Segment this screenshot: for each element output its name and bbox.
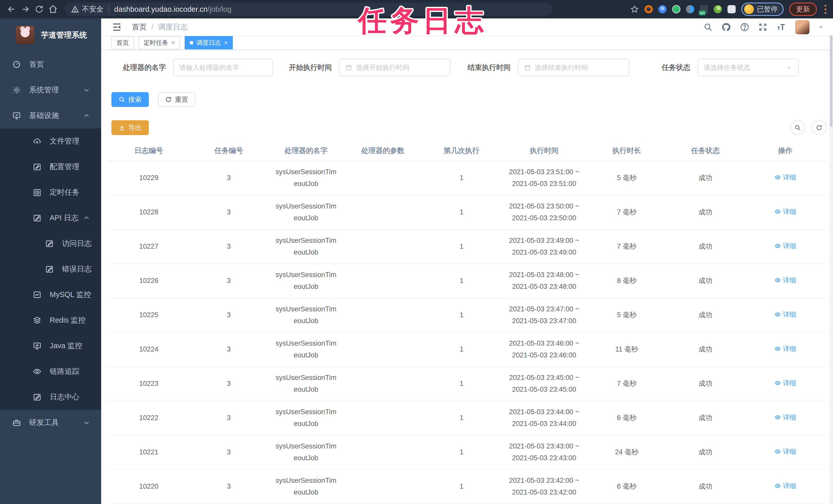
cell-exec-time: 2021-05-03 23:42:00 ~ 2021-05-03 23:42:0… <box>502 475 587 498</box>
reload-icon[interactable] <box>32 2 46 16</box>
browser-menu-icon[interactable] <box>823 5 828 14</box>
cell-exec-time: 2021-05-03 23:43:00 ~ 2021-05-03 23:43:0… <box>502 440 587 464</box>
back-icon[interactable] <box>5 2 19 16</box>
chevron-down-icon <box>83 419 90 426</box>
cell-status: 成功 <box>667 447 744 458</box>
cell-exec-index: 1 <box>421 275 502 287</box>
input-placeholder: 选择开始执行时间 <box>356 63 409 72</box>
detail-link[interactable]: 详细 <box>775 412 796 423</box>
sidebar-item-MySQL-监控[interactable]: MySQL 监控 <box>0 282 101 307</box>
reset-button[interactable]: 重置 <box>158 92 195 107</box>
cell-status: 成功 <box>667 309 744 321</box>
avatar[interactable] <box>795 20 809 34</box>
column-header: 任务状态 <box>667 145 744 157</box>
refresh-table-button[interactable] <box>812 120 827 135</box>
cell-duration: 5 毫秒 <box>587 309 667 321</box>
column-header: 处理器的名字 <box>268 145 344 157</box>
input-placeholder: 选择结束执行时间 <box>535 63 588 72</box>
detail-link[interactable]: 详细 <box>775 275 796 286</box>
table-row: 102233sysUserSessionTim eoutJob12021-05-… <box>108 367 827 401</box>
handler-name-input[interactable]: 请输入处理器的名字 <box>173 59 273 76</box>
sidebar-item-API-日志[interactable]: API 日志 <box>0 205 101 231</box>
close-icon[interactable]: × <box>224 39 228 46</box>
cell-exec-time: 2021-05-03 23:45:00 ~ 2021-05-03 23:45:0… <box>502 372 587 396</box>
sidebar-item-label: 访问日志 <box>62 238 92 249</box>
close-icon[interactable]: × <box>171 39 175 46</box>
scrollbar[interactable] <box>829 19 833 504</box>
detail-link[interactable]: 详细 <box>775 446 796 457</box>
sidebar-menu: 首页系统管理基础设施文件管理配置管理定时任务API 日志访问日志错误日志MySQ… <box>0 52 101 435</box>
sidebar-item-错误日志[interactable]: 错误日志 <box>0 256 101 282</box>
cell-job-id: 3 <box>190 412 268 424</box>
column-header: 操作 <box>744 145 827 157</box>
fullscreen-icon[interactable] <box>758 23 767 32</box>
detail-link[interactable]: 详细 <box>775 343 796 354</box>
chevron-down-icon[interactable] <box>818 24 824 30</box>
detail-link[interactable]: 详细 <box>775 480 796 492</box>
sidebar-item-定时任务[interactable]: 定时任务 <box>0 180 101 205</box>
sidebar-item-研发工具[interactable]: 研发工具 <box>0 410 101 435</box>
cell-exec-index: 1 <box>421 378 502 389</box>
sidebar-item-文件管理[interactable]: 文件管理 <box>0 128 101 154</box>
sidebar-item-访问日志[interactable]: 访问日志 <box>0 231 101 256</box>
detail-link-label: 详细 <box>783 377 796 388</box>
github-icon[interactable] <box>721 22 731 32</box>
extension-switch-icon[interactable]: on <box>700 5 708 13</box>
download-icon <box>119 124 125 131</box>
tab-首页[interactable]: 首页 <box>111 36 134 49</box>
detail-link[interactable]: 详细 <box>775 309 796 320</box>
detail-link[interactable]: 详细 <box>775 377 796 388</box>
detail-link-label: 详细 <box>783 240 796 251</box>
export-button[interactable]: 导出 <box>111 120 149 135</box>
profile-badge[interactable]: 已暂停 <box>741 3 784 16</box>
font-size-icon[interactable] <box>776 22 786 32</box>
cell-log-id: 10224 <box>108 344 190 355</box>
status-select[interactable]: 请选择任务状态 <box>697 59 799 76</box>
tab-label: 定时任务 <box>144 39 168 47</box>
question-icon[interactable] <box>740 22 749 32</box>
cell-duration: 24 毫秒 <box>587 447 667 458</box>
sidebar-item-label: MySQL 监控 <box>50 289 91 300</box>
sidebar-item-label: 链路追踪 <box>50 367 79 377</box>
search-icon[interactable] <box>704 23 713 32</box>
extension-leaf-icon[interactable] <box>714 5 722 13</box>
sidebar-item-Java-监控[interactable]: Java 监控 <box>0 333 101 359</box>
cell-handler: sysUserSessionTim eoutJob <box>268 440 344 464</box>
extension-orange-icon[interactable] <box>645 5 653 13</box>
sidebar-item-系统管理[interactable]: 系统管理 <box>0 77 101 103</box>
search-button[interactable]: 搜索 <box>111 92 149 107</box>
sidebar-item-Redis-监控[interactable]: Redis 监控 <box>0 307 101 333</box>
extension-green-check-icon[interactable] <box>672 5 681 13</box>
sidebar-item-链路追踪[interactable]: 链路追踪 <box>0 359 101 384</box>
detail-link-label: 详细 <box>783 480 796 492</box>
star-icon[interactable] <box>630 2 639 16</box>
hamburger-icon[interactable] <box>111 22 122 32</box>
extension-puzzle-icon[interactable] <box>728 5 736 13</box>
sidebar-item-配置管理[interactable]: 配置管理 <box>0 154 101 180</box>
detail-link[interactable]: 详细 <box>775 240 796 251</box>
cell-exec-index: 1 <box>421 172 502 184</box>
detail-link[interactable]: 详细 <box>775 206 796 217</box>
date-input[interactable]: 选择结束执行时间 <box>518 59 629 76</box>
sidebar-logo-row[interactable]: 芋道管理系统 <box>0 19 101 52</box>
search-icon <box>794 124 801 131</box>
tab-调度日志[interactable]: 调度日志× <box>185 36 233 49</box>
tab-定时任务[interactable]: 定时任务× <box>139 36 180 49</box>
layers-icon <box>33 316 42 325</box>
breadcrumb-home[interactable]: 首页 <box>132 22 147 32</box>
extension-grid-icon[interactable] <box>686 5 694 13</box>
date-input[interactable]: 选择开始执行时间 <box>339 59 450 76</box>
forward-icon[interactable] <box>19 2 32 16</box>
toggle-search-button[interactable] <box>790 120 805 135</box>
sidebar-item-日志中心[interactable]: 日志中心 <box>0 384 101 410</box>
detail-link[interactable]: 详细 <box>775 172 796 183</box>
extension-blue-icon[interactable] <box>658 5 667 13</box>
sidebar-item-基础设施[interactable]: 基础设施 <box>0 103 101 128</box>
sidebar-item-首页[interactable]: 首页 <box>0 52 101 77</box>
input-placeholder: 请选择任务状态 <box>704 63 750 72</box>
home-icon[interactable] <box>46 2 60 16</box>
url-host: dashboard.yudao.iocoder.cn <box>114 5 208 14</box>
cell-job-id: 3 <box>190 378 268 389</box>
eye-icon <box>33 367 42 376</box>
browser-update-button[interactable]: 更新 <box>789 3 817 16</box>
